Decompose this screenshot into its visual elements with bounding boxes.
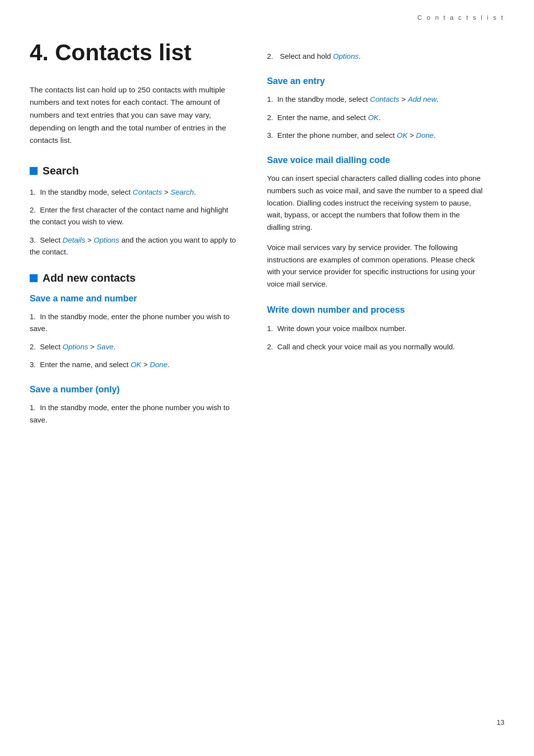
contacts-link-2: Contacts (370, 95, 399, 103)
options-link-1: Options (94, 236, 120, 244)
save-link: Save (96, 342, 113, 351)
add-new-link: Add new (408, 95, 437, 103)
add-contacts-title: Add new contacts (43, 272, 135, 285)
step2-options-block: 2. Select and hold Options. (267, 50, 485, 62)
page-number: 13 (496, 718, 504, 726)
write-down-title: Write down number and process (267, 304, 485, 316)
save-entry-step-1: 1. In the standby mode, select Contacts … (267, 93, 485, 105)
save-entry-block: Save an entry 1. In the standby mode, se… (267, 76, 485, 141)
right-column: 2. Select and hold Options. Save an entr… (257, 40, 485, 440)
ok-link-3: OK (397, 131, 408, 139)
save-number-only-step-1: 1. In the standby mode, enter the phone … (30, 402, 237, 426)
write-down-step-1: 1. Write down your voice mailbox number. (267, 323, 485, 335)
search-step-3-text: Select Details > Options and the action … (30, 236, 236, 256)
done-link-2: Done (416, 131, 434, 139)
details-link: Details (63, 236, 86, 244)
save-name-number-block: Save a name and number 1. In the standby… (30, 294, 237, 371)
save-name-step-1: 1. In the standby mode, enter the phone … (30, 311, 237, 335)
left-column: 4. Contacts list The contacts list can h… (30, 40, 257, 440)
search-step-2-text: Enter the first character of the contact… (30, 206, 228, 226)
options-link-3: Options (333, 52, 359, 60)
search-section: Search 1. In the standby mode, select Co… (30, 165, 237, 258)
search-step-1: 1. In the standby mode, select Contacts … (30, 186, 237, 198)
options-link-2: Options (63, 342, 89, 351)
search-section-title: Search (43, 165, 79, 177)
search-step-3: 3. Select Details > Options and the acti… (30, 234, 237, 258)
save-entry-step-3: 3. Enter the phone number, and select OK… (267, 129, 485, 141)
search-step-1-text: In the standby mode, select Contacts > S… (40, 188, 196, 196)
save-voice-mail-body1: You can insert special characters called… (267, 172, 485, 234)
done-link-1: Done (150, 360, 168, 369)
step2-options: 2. Select and hold Options. (267, 50, 485, 62)
add-contacts-section: Add new contacts Save a name and number … (30, 272, 237, 426)
save-name-number-steps: 1. In the standby mode, enter the phone … (30, 311, 237, 371)
write-down-step-2: 2. Call and check your voice mail as you… (267, 341, 485, 353)
search-link-1: Search (171, 188, 194, 196)
write-down-steps: 1. Write down your voice mailbox number.… (267, 323, 485, 353)
ok-link-1: OK (131, 360, 141, 369)
save-name-step-3: 3. Enter the name, and select OK > Done. (30, 359, 237, 371)
save-number-only-title: Save a number (only) (30, 384, 237, 395)
breadcrumb: C o n t a c t s l i s t (417, 14, 504, 21)
save-name-step-2: 2. Select Options > Save. (30, 341, 237, 353)
contacts-link-1: Contacts (133, 188, 162, 196)
search-section-header: Search (30, 165, 237, 177)
search-step-2: 2. Enter the first character of the cont… (30, 204, 237, 228)
write-down-block: Write down number and process 1. Write d… (267, 304, 485, 353)
save-voice-mail-title: Save voice mail dialling code (267, 155, 485, 166)
save-entry-title: Save an entry (267, 76, 485, 86)
save-number-only-block: Save a number (only) 1. In the standby m… (30, 384, 237, 426)
add-contacts-square (30, 274, 38, 282)
save-number-only-steps: 1. In the standby mode, enter the phone … (30, 402, 237, 426)
search-step-2-num: 2. (30, 206, 36, 214)
save-entry-step-2: 2. Enter the name, and select OK. (267, 112, 485, 124)
save-name-number-title: Save a name and number (30, 294, 237, 304)
save-entry-steps: 1. In the standby mode, select Contacts … (267, 93, 485, 141)
add-contacts-header: Add new contacts (30, 272, 237, 285)
search-steps-list: 1. In the standby mode, select Contacts … (30, 186, 237, 258)
search-section-square (30, 167, 38, 175)
ok-link-2: OK (368, 113, 379, 122)
intro-text: The contacts list can hold up to 250 con… (30, 84, 237, 147)
search-step-3-num: 3. (30, 236, 36, 244)
search-step-1-num: 1. (30, 188, 36, 196)
save-voice-mail-body2: Voice mail services vary by service prov… (267, 242, 485, 291)
save-voice-mail-block: Save voice mail dialling code You can in… (267, 155, 485, 291)
chapter-title: 4. Contacts list (30, 40, 237, 66)
